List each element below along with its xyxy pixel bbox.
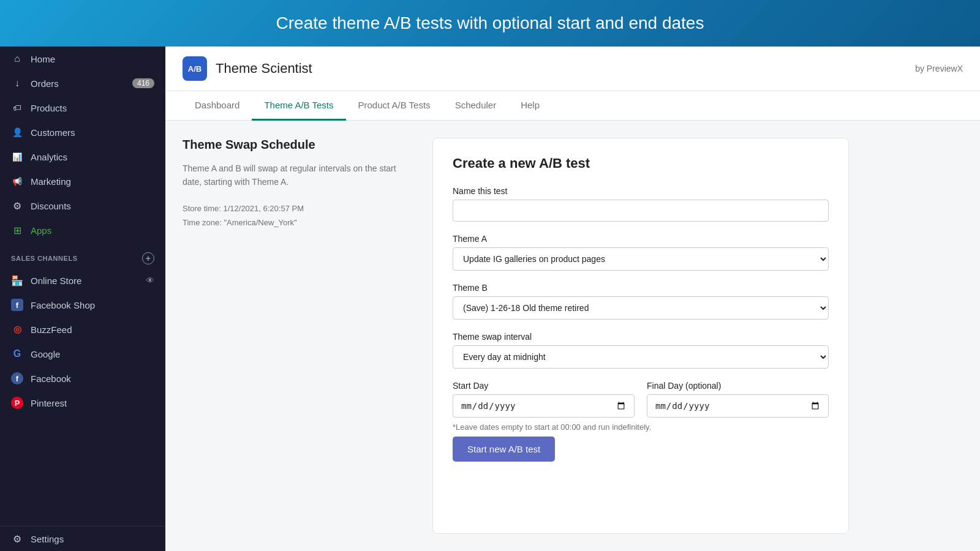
panel-meta: Store time: 1/12/2021, 6:20:57 PM Time z…: [183, 201, 415, 230]
app-by-label: by PreviewX: [915, 64, 963, 73]
timezone: Time zone: "America/New_York": [183, 216, 415, 230]
theme-a-select[interactable]: Update IG galleries on product pages Def…: [453, 247, 829, 271]
app-title: Theme Scientist: [216, 61, 312, 77]
start-day-label: Start Day: [453, 381, 635, 391]
sales-channels-header: SALES CHANNELS +: [0, 242, 165, 268]
sidebar-item-online-store[interactable]: 🏪 Online Store 👁: [0, 268, 165, 293]
tab-help[interactable]: Help: [508, 91, 552, 121]
start-day-group: Start Day: [453, 381, 635, 418]
tab-dashboard[interactable]: Dashboard: [183, 91, 252, 121]
app-logo: A/B: [183, 56, 207, 81]
interval-group: Theme swap interval Every day at midnigh…: [453, 332, 829, 369]
products-icon: [11, 102, 23, 114]
name-group: Name this test: [453, 186, 829, 222]
online-store-icon: 🏪: [11, 274, 23, 287]
app-header: A/B Theme Scientist by PreviewX: [165, 47, 980, 91]
left-panel-description: Theme A and B will swap at regular inter…: [183, 162, 415, 189]
theme-b-label: Theme B: [453, 283, 829, 293]
add-sales-channel-button[interactable]: +: [142, 252, 154, 264]
sidebar-nav: Home Orders 416 Products Customers Analy…: [0, 47, 165, 242]
main-layout: Home Orders 416 Products Customers Analy…: [0, 47, 980, 551]
analytics-icon: [11, 151, 23, 163]
sidebar-item-facebook-shop[interactable]: f Facebook Shop: [0, 293, 165, 317]
name-input[interactable]: [453, 200, 829, 222]
google-icon: G: [11, 348, 23, 360]
settings-icon: [11, 533, 23, 545]
tab-product-ab-tests[interactable]: Product A/B Tests: [346, 91, 443, 121]
final-day-group: Final Day (optional): [647, 381, 829, 418]
form-card: Create a new A/B test Name this test The…: [432, 138, 849, 534]
sidebar: Home Orders 416 Products Customers Analy…: [0, 47, 165, 551]
sidebar-item-google[interactable]: G Google: [0, 342, 165, 366]
theme-a-group: Theme A Update IG galleries on product p…: [453, 234, 829, 271]
tab-theme-ab-tests[interactable]: Theme A/B Tests: [252, 91, 345, 121]
orders-icon: [11, 77, 23, 89]
content-area: A/B Theme Scientist by PreviewX Dashboar…: [165, 47, 980, 551]
store-time: Store time: 1/12/2021, 6:20:57 PM: [183, 201, 415, 216]
facebook-shop-icon: f: [11, 299, 23, 311]
top-banner: Create theme A/B tests with optional sta…: [0, 0, 980, 47]
page-content: Theme Swap Schedule Theme A and B will s…: [165, 121, 980, 551]
interval-label: Theme swap interval: [453, 332, 829, 342]
start-ab-test-button[interactable]: Start new A/B test: [453, 437, 555, 462]
date-row: Start Day Final Day (optional): [453, 381, 829, 418]
sidebar-item-analytics[interactable]: Analytics: [0, 144, 165, 169]
theme-b-select[interactable]: (Save) 1-26-18 Old theme retired Default…: [453, 296, 829, 320]
sidebar-item-marketing[interactable]: Marketing: [0, 169, 165, 193]
interval-select[interactable]: Every day at midnight Every 12 hours Eve…: [453, 345, 829, 369]
sidebar-item-home[interactable]: Home: [0, 47, 165, 71]
date-hint: *Leave dates empty to start at 00:00 and…: [453, 422, 829, 432]
sidebar-item-apps[interactable]: ⊞ Apps: [0, 218, 165, 242]
sidebar-item-products[interactable]: Products: [0, 96, 165, 120]
facebook-icon: f: [11, 372, 23, 384]
sidebar-item-orders[interactable]: Orders 416: [0, 71, 165, 96]
start-day-input[interactable]: [453, 394, 635, 418]
pinterest-icon: P: [11, 397, 23, 409]
sidebar-item-facebook[interactable]: f Facebook: [0, 366, 165, 391]
final-day-label: Final Day (optional): [647, 381, 829, 391]
form-title: Create a new A/B test: [453, 156, 829, 171]
customers-icon: [11, 126, 23, 138]
discounts-icon: [11, 200, 23, 212]
sidebar-item-discounts[interactable]: Discounts: [0, 193, 165, 218]
theme-a-label: Theme A: [453, 234, 829, 244]
final-day-input[interactable]: [647, 394, 829, 418]
sidebar-item-customers[interactable]: Customers: [0, 120, 165, 144]
sidebar-item-buzzfeed[interactable]: ◎ BuzzFeed: [0, 317, 165, 342]
theme-b-group: Theme B (Save) 1-26-18 Old theme retired…: [453, 283, 829, 320]
buzzfeed-icon: ◎: [11, 323, 23, 335]
sidebar-bottom: Settings: [0, 526, 165, 551]
name-label: Name this test: [453, 186, 829, 196]
sidebar-item-settings[interactable]: Settings: [0, 527, 165, 551]
tabs-bar: Dashboard Theme A/B Tests Product A/B Te…: [165, 91, 980, 121]
marketing-icon: [11, 175, 23, 187]
tab-scheduler[interactable]: Scheduler: [443, 91, 509, 121]
home-icon: [11, 53, 23, 65]
left-panel: Theme Swap Schedule Theme A and B will s…: [183, 138, 415, 534]
orders-badge: 416: [132, 78, 154, 88]
left-panel-title: Theme Swap Schedule: [183, 138, 415, 152]
sidebar-item-pinterest[interactable]: P Pinterest: [0, 391, 165, 415]
apps-icon: ⊞: [11, 224, 23, 236]
eye-icon: 👁: [146, 276, 154, 285]
